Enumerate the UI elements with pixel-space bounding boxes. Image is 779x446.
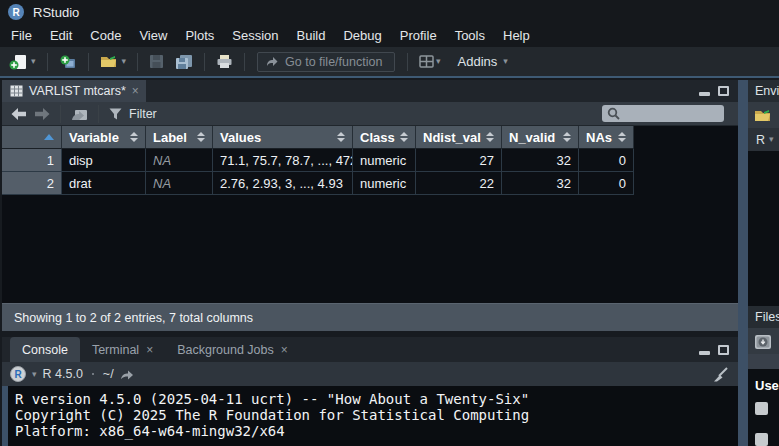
title-bar: R RStudio (0, 0, 779, 24)
addins-button[interactable]: Addins ▾ (449, 52, 511, 71)
clear-console-icon[interactable] (713, 367, 729, 382)
new-file-icon (9, 54, 29, 70)
menu-file[interactable]: File (2, 25, 41, 46)
source-pane: VARLIST mtcars* × Filter (2, 80, 738, 331)
tab-console[interactable]: Console (10, 337, 80, 362)
console-line: R version 4.5.0 (2025-04-11 ucrt) -- "Ho… (15, 391, 738, 407)
toolbar-divider (244, 53, 245, 71)
open-in-window-icon[interactable] (71, 107, 88, 121)
chevron-down-icon: ▾ (122, 57, 127, 66)
col-header-class[interactable]: Class (353, 126, 416, 149)
search-icon (607, 107, 620, 120)
col-header-nas[interactable]: NAs (579, 126, 634, 149)
menu-build[interactable]: Build (288, 25, 335, 46)
tab-terminal[interactable]: Terminal × (80, 337, 165, 362)
toolbar-divider (88, 53, 89, 71)
menu-debug[interactable]: Debug (334, 25, 390, 46)
table-status-bar: Showing 1 to 2 of 2 entries, 7 total col… (2, 303, 738, 331)
menu-help[interactable]: Help (494, 25, 539, 46)
close-icon[interactable]: × (146, 344, 153, 356)
col-label: NAs (586, 130, 612, 145)
col-header-rownum[interactable] (2, 126, 62, 149)
menu-edit[interactable]: Edit (41, 25, 81, 46)
toolbar-divider (47, 53, 48, 71)
col-header-n-valid[interactable]: N_valid (502, 126, 579, 149)
tab-background-jobs[interactable]: Background Jobs × (165, 337, 300, 362)
addins-label: Addins (458, 54, 498, 69)
file-checkbox[interactable] (755, 433, 768, 446)
save-all-button[interactable] (172, 52, 196, 72)
environment-scope-label[interactable]: R (756, 133, 765, 147)
main-toolbar: ▾ ▾ (0, 47, 779, 78)
r-version-icon[interactable]: R (10, 366, 26, 382)
new-file-button[interactable]: ▾ (6, 52, 39, 72)
console-line: Platform: x86_64-w64-mingw32/x64 (15, 423, 738, 439)
forward-arrow-icon[interactable] (34, 108, 50, 120)
right-panel: Envir R ▾ Files Use (748, 80, 779, 446)
load-workspace-icon[interactable] (754, 108, 774, 123)
tab-varlist-mtcars[interactable]: VARLIST mtcars* × (2, 80, 146, 102)
toolbar-divider (137, 53, 138, 71)
goto-file-input[interactable]: Go to file/function (257, 52, 395, 72)
close-icon[interactable]: × (132, 85, 139, 97)
maximize-pane-button[interactable] (718, 345, 729, 355)
console-output[interactable]: R version 4.5.0 (2025-04-11 ucrt) -- "Ho… (2, 386, 738, 446)
environment-toolbar (748, 102, 779, 128)
tab-environment[interactable]: Envir (755, 84, 779, 98)
sort-icon (481, 132, 494, 142)
open-file-button[interactable]: ▾ (97, 52, 130, 71)
environment-content (748, 151, 779, 306)
console-tabstrip: Console Terminal × Background Jobs × (2, 337, 738, 362)
install-package-icon[interactable] (754, 333, 773, 350)
working-directory-label: ~/ (103, 367, 114, 381)
file-checkbox[interactable] (755, 402, 768, 415)
toolbar-divider (204, 53, 205, 71)
chevron-down-icon[interactable]: ▾ (32, 370, 37, 379)
sort-ascending-icon (44, 134, 54, 140)
col-header-values[interactable]: Values (213, 126, 353, 149)
minimize-pane-button[interactable] (699, 351, 710, 355)
col-header-label[interactable]: Label (146, 126, 213, 149)
pane-splitter[interactable] (738, 80, 748, 446)
sort-icon (558, 132, 571, 142)
sort-icon (192, 132, 205, 142)
maximize-pane-button[interactable] (718, 86, 729, 96)
save-button[interactable] (146, 52, 167, 71)
variable-table: Variable Label Values Class Ndist_val N_… (2, 126, 634, 195)
new-project-icon (59, 54, 77, 70)
table-row[interactable]: 2 drat NA 2.76, 2.93, 3, ..., 4.93 numer… (2, 172, 634, 195)
tab-files[interactable]: Files (755, 310, 779, 324)
col-header-variable[interactable]: Variable (62, 126, 146, 149)
close-icon[interactable]: × (281, 344, 288, 356)
source-tabstrip: VARLIST mtcars* × (2, 80, 738, 102)
cell-values: 71.1, 75.7, 78.7, ..., 472 (213, 149, 353, 172)
cell-ndist-val: 27 (416, 149, 502, 172)
print-button[interactable] (213, 52, 236, 71)
pane-layout-button[interactable]: ▾ (416, 53, 444, 70)
save-all-icon (175, 54, 193, 70)
save-icon (149, 54, 164, 69)
filter-icon[interactable] (109, 108, 122, 120)
chevron-down-icon: ▾ (769, 135, 774, 144)
menu-plots[interactable]: Plots (176, 25, 223, 46)
filter-label[interactable]: Filter (129, 107, 157, 121)
cell-rownum: 1 (2, 149, 62, 172)
table-search-input[interactable] (602, 105, 724, 122)
go-to-directory-icon[interactable] (120, 369, 134, 380)
chevron-down-icon: ▾ (31, 57, 36, 66)
menu-session[interactable]: Session (223, 25, 287, 46)
col-label: Variable (69, 130, 119, 145)
table-row[interactable]: 1 disp NA 71.1, 75.7, 78.7, ..., 472 num… (2, 149, 634, 172)
new-project-button[interactable] (56, 52, 80, 72)
menu-bar: File Edit Code View Plots Session Build … (0, 24, 779, 47)
back-arrow-icon[interactable] (11, 108, 27, 120)
cell-class: numeric (353, 172, 416, 195)
table-header-row: Variable Label Values Class Ndist_val N_… (2, 126, 634, 149)
minimize-pane-button[interactable] (699, 92, 710, 96)
menu-profile[interactable]: Profile (391, 25, 446, 46)
col-header-ndist-val[interactable]: Ndist_val (416, 126, 502, 149)
menu-tools[interactable]: Tools (446, 25, 494, 46)
menu-view[interactable]: View (130, 25, 176, 46)
environment-scope-bar: R ▾ (748, 128, 779, 151)
menu-code[interactable]: Code (81, 25, 130, 46)
